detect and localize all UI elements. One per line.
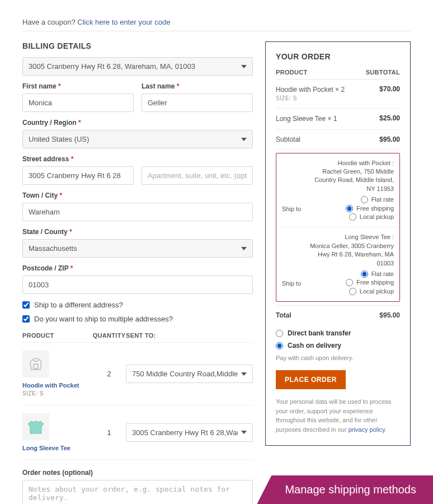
pay-cash-on-delivery[interactable]: Cash on delivery (276, 342, 400, 349)
ship-different-checkbox[interactable]: Ship to a different address? (22, 301, 253, 309)
coupon-notice: Have a coupon? Click here to enter your … (22, 18, 411, 31)
ship-title: Long Sleeve Tee : (310, 233, 394, 241)
sent-to-select[interactable]: 3005 Cranberry Hwy Rt 6 28,Wareham,MA, (126, 423, 253, 442)
ship-row: Hoodie with Pocket SIZE: S 2 750 Middle … (22, 343, 253, 405)
order-item: Hoodie with Pocket × 2 SIZE: S $70.00 (276, 80, 400, 109)
pay-bank-transfer[interactable]: Direct bank transfer (276, 329, 400, 337)
qty-cell: 1 (92, 428, 126, 437)
order-item-price: $70.00 (379, 85, 400, 93)
ship-block: Ship to Hoodie with Pocket : Rachel Gree… (276, 153, 399, 228)
last-name-input[interactable] (142, 94, 253, 112)
order-item-meta: SIZE: S (276, 95, 345, 102)
col-quantity: QUANTITY (92, 332, 126, 339)
billing-column: BILLING DETAILS 3005 Cranberry Hwy Rt 6 … (22, 41, 253, 504)
first-name-label: First name * (22, 82, 134, 90)
total-price: $95.00 (379, 311, 400, 319)
ship-opt-free[interactable]: Free shipping (310, 278, 394, 287)
billing-heading: BILLING DETAILS (22, 41, 253, 50)
subtotal-label: Subtotal (276, 136, 300, 143)
total-label: Total (276, 311, 291, 319)
ship-to-label: Ship to (282, 280, 310, 296)
first-name-input[interactable] (22, 94, 134, 112)
saved-address-select[interactable]: 3005 Cranberry Hwy Rt 6 28, Wareham, MA,… (22, 57, 253, 76)
ship-opt-pickup[interactable]: Local pickup (310, 287, 394, 296)
col-product: PRODUCT (22, 332, 92, 339)
last-name-label: Last name * (142, 82, 253, 90)
ship-different-box[interactable] (22, 301, 30, 309)
privacy-link[interactable]: privacy policy (349, 426, 385, 433)
ship-opt-flat[interactable]: Flat rate (310, 270, 394, 278)
sent-to-select[interactable]: 750 Middle Country Road,Middle Island,NY… (126, 365, 253, 383)
coupon-link[interactable]: Click here to enter your code (77, 18, 170, 26)
street2-input[interactable] (142, 166, 253, 185)
state-select[interactable]: Massachusetts (22, 239, 253, 258)
ship-opt-free[interactable]: Free shipping (310, 204, 394, 213)
ship-row: Long Sleeve Tee 1 3005 Cranberry Hwy Rt … (22, 405, 253, 460)
sum-header-subtotal: SUBTOTAL (366, 69, 400, 76)
col-sent: SENT TO: (126, 332, 253, 339)
country-select[interactable]: United States (US) (22, 130, 253, 148)
street1-input[interactable] (22, 166, 134, 185)
order-notes-textarea[interactable] (22, 480, 253, 504)
order-item: Long Sleeve Tee × 1 $25.00 (276, 109, 400, 130)
ship-address: Rachel Green, 750 Middle Country Road, M… (310, 167, 394, 193)
subtotal-row: Subtotal $95.00 (276, 130, 400, 150)
pay-description: Pay with cash upon delivery. (276, 354, 400, 362)
order-notes-label: Order notes (optional) (22, 469, 253, 477)
product-name[interactable]: Hoodie with Pocket (22, 382, 92, 389)
total-row: Total $95.00 (276, 305, 400, 325)
postcode-input[interactable] (22, 276, 253, 294)
coupon-text: Have a coupon? (22, 18, 77, 26)
order-item-name: Long Sleeve Tee × 1 (276, 114, 337, 124)
sum-header-product: PRODUCT (276, 69, 308, 76)
town-label: Town / City * (22, 192, 253, 199)
ship-address: Monica Geller, 3005 Cranberry Hwy Rt 6 2… (310, 242, 394, 268)
state-label: State / County * (22, 228, 253, 236)
product-thumb-hoodie (22, 351, 49, 377)
subtotal-price: $95.00 (379, 136, 400, 143)
ship-multi-checkbox[interactable]: Do you want to ship to multiple addresse… (22, 315, 253, 323)
ship-to-label: Ship to (282, 206, 310, 221)
place-order-button[interactable]: PLACE ORDER (276, 370, 346, 389)
ship-multi-box[interactable] (22, 315, 30, 323)
shipping-section: Ship to Hoodie with Pocket : Rachel Gree… (276, 153, 400, 302)
ship-title: Hoodie with Pocket : (310, 159, 394, 167)
order-summary: YOUR ORDER PRODUCT SUBTOTAL Hoodie with … (265, 41, 411, 446)
ship-opt-flat[interactable]: Flat rate (310, 195, 394, 204)
street-label: Street address * (22, 155, 253, 163)
product-thumb-tee (22, 413, 49, 440)
country-label: Country / Region * (22, 119, 253, 127)
privacy-text: Your personal data will be used to proce… (276, 397, 400, 434)
product-meta: SIZE: S (22, 390, 44, 396)
town-input[interactable] (22, 203, 253, 221)
order-item-price: $25.00 (379, 114, 400, 122)
order-item-name: Hoodie with Pocket × 2 (276, 85, 345, 95)
ship-opt-pickup[interactable]: Local pickup (310, 213, 394, 221)
ship-block: Ship to Long Sleeve Tee : Monica Geller,… (276, 227, 399, 301)
postcode-label: Postcode / ZIP * (22, 264, 253, 272)
banner-shipping-methods: Manage shipping methods (257, 475, 433, 504)
qty-cell: 2 (92, 370, 126, 378)
ship-table-header: PRODUCT QUANTITY SENT TO: (22, 329, 253, 343)
product-name[interactable]: Long Sleeve Tee (22, 445, 92, 451)
order-heading: YOUR ORDER (276, 52, 400, 61)
